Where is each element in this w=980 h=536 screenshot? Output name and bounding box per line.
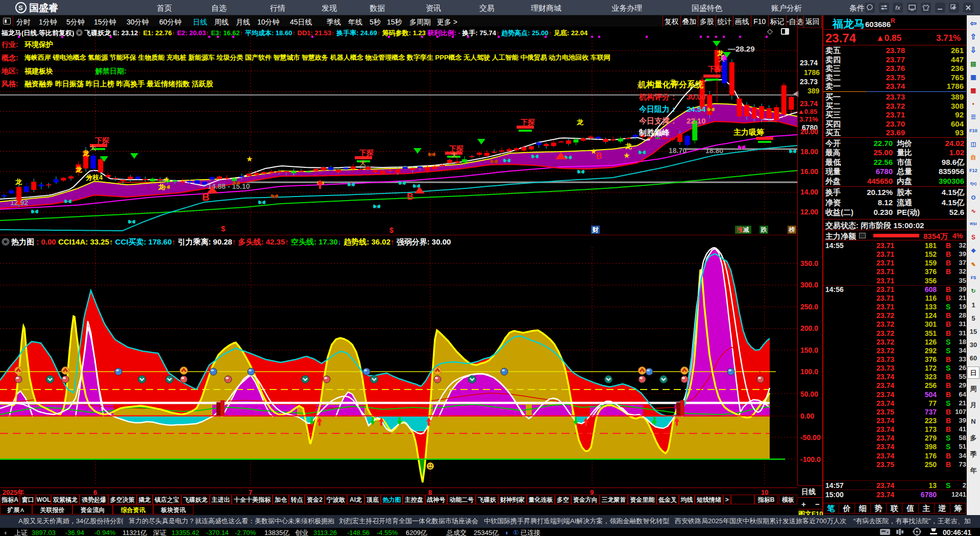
svg-text:fx: fx xyxy=(895,5,901,11)
